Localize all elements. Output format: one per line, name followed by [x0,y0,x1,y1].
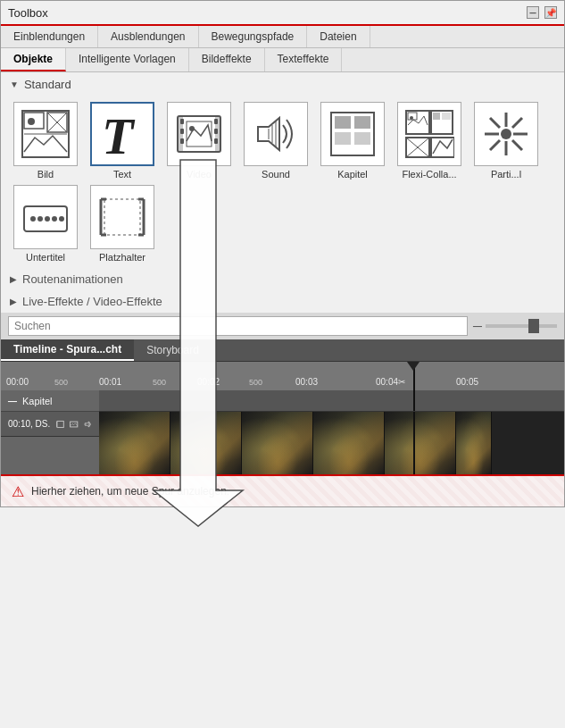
chapter-track-collapse[interactable]: ─ [8,395,17,407]
section-arrow-route: ▶ [10,274,17,284]
section-route-header[interactable]: ▶ Routenanimationen [1,268,564,290]
video-track: 00:10, DS..._MOV [1,412,564,474]
svg-point-47 [501,129,511,139]
playhead-line [413,362,415,390]
timeline-section: Timeline - Spura...cht Storyboard 00:00 … [1,339,564,506]
ruler-mark-500-1: 500 [54,378,68,387]
tool-partikel[interactable]: Parti...l [470,102,542,180]
tab-bildeffekte[interactable]: Bildeffekte [189,48,265,71]
chapter-track-label: Kapitel [22,396,53,406]
svg-rect-38 [431,138,454,157]
film-frame-2 [170,412,242,474]
ruler-mark-1: 00:01 [99,377,121,387]
chapter-track: ─ Kapitel [1,390,564,412]
svg-rect-61 [56,421,63,427]
tab-dateien[interactable]: Dateien [307,26,370,47]
svg-point-53 [59,216,64,222]
tool-sound[interactable]: Sound [240,102,312,180]
chapter-playhead [413,390,415,411]
svg-text:T: T [102,107,136,161]
film-icon [56,417,64,431]
svg-rect-54 [104,199,140,235]
tool-video[interactable]: Video [163,102,235,180]
tool-text[interactable]: T Text [87,102,158,180]
search-input[interactable] [8,316,468,336]
timeline-tab-spuransicht[interactable]: Timeline - Spura...cht [1,339,134,361]
svg-rect-13 [180,138,184,144]
video-playhead [413,412,415,474]
bild-icon [21,109,71,159]
image-icon [70,417,78,431]
svg-point-31 [410,116,413,120]
tool-platzhalter[interactable]: Platzhalter [87,185,158,263]
tool-partikel-label: Parti...l [491,169,521,180]
tool-flexi-label: Flexi-Colla... [402,169,456,180]
svg-rect-34 [442,113,451,120]
tool-bild[interactable]: Bild [10,102,81,180]
tool-flexi-icon-box [397,102,461,166]
svg-rect-33 [433,113,440,120]
film-frame-1 [99,412,170,474]
tool-text-label: Text [113,169,131,180]
tool-flexi[interactable]: Flexi-Colla... [394,102,465,180]
tool-kapitel-icon-box [320,102,385,166]
ruler-mark-0: 00:00 [6,377,29,387]
tab-row-2: Objekte Intelligente Vorlagen Bildeffekt… [1,48,564,72]
search-zoom-out[interactable]: ─ [473,319,482,333]
tab-texteffekte[interactable]: Texteffekte [265,48,343,71]
search-zoom-slider[interactable] [486,324,557,328]
chapter-track-label-row: ─ Kapitel [1,390,99,412]
video-track-header-row: 00:10, DS..._MOV [1,412,99,437]
section-standard-header[interactable]: ▼ Standard [1,72,564,96]
tab-einblendungen[interactable]: Einblendungen [1,26,98,47]
video-track-header: 00:10, DS..._MOV [1,412,99,474]
tool-kapitel[interactable]: Kapitel [317,102,388,180]
svg-rect-11 [180,119,184,124]
search-bar: ─ [1,313,564,339]
film-frame-4 [313,412,385,474]
section-live-label: Live-Effekte / Video-Effekte [22,295,162,308]
platzhalter-icon [97,192,147,242]
minimize-button[interactable]: ─ [527,6,539,19]
title-bar: Toolbox ─ 📌 [1,1,564,26]
tool-untertitel[interactable]: Untertitel [10,185,81,263]
tab-objekte[interactable]: Objekte [1,48,66,71]
tools-grid: Bild T Text [1,96,564,268]
toolbox-window: Toolbox ─ 📌 Einblendungen Ausblendungen … [0,0,565,507]
tool-platzhalter-icon-box [90,185,154,249]
section-arrow-standard: ▼ [10,79,19,89]
sound-icon [251,109,301,159]
svg-rect-24 [335,116,351,129]
timeline-ruler: 00:00 500 00:01 500 00:02 500 00:03 00:0… [1,362,564,390]
title-bar-controls: ─ 📌 [527,6,557,19]
svg-rect-15 [214,129,218,134]
video-track-label: 00:10, DS..._MOV [8,419,51,429]
film-frame-6 [456,412,492,474]
playhead-head [407,362,420,371]
tab-intelligente-vorlagen[interactable]: Intelligente Vorlagen [66,48,189,71]
video-icon [174,109,224,159]
ruler-mark-5: 00:05 [456,377,478,387]
ruler-mark-4: 00:04✂ [376,377,405,387]
search-zoom-thumb [528,319,539,333]
svg-point-3 [28,118,35,125]
tool-untertitel-label: Untertitel [26,252,65,263]
svg-point-49 [30,216,36,222]
timeline-tab-storyboard[interactable]: Storyboard [134,340,212,360]
video-track-content [99,412,564,474]
tool-sound-label: Sound [262,169,290,180]
tab-ausblendungen[interactable]: Ausblendungen [98,26,198,47]
svg-rect-14 [214,119,218,124]
filmstrip [99,412,564,474]
svg-line-43 [490,118,500,128]
svg-rect-63 [62,421,63,427]
svg-point-52 [52,216,57,222]
tool-text-icon-box: T [90,102,154,166]
tab-bewegungspfade[interactable]: Bewegungspfade [199,26,308,47]
svg-point-50 [37,216,43,222]
pin-button[interactable]: 📌 [544,6,557,19]
section-route-label: Routenanimationen [22,272,123,286]
flexi-icon [404,109,454,159]
section-live-header[interactable]: ▶ Live-Effekte / Video-Effekte [1,290,564,313]
svg-marker-65 [85,422,89,427]
